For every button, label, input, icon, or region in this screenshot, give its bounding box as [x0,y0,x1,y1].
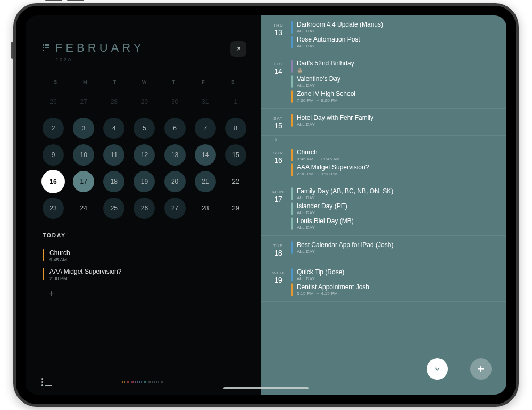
add-event-button[interactable]: + [470,358,492,380]
calendar-color-legend[interactable] [122,381,163,383]
calendar-day[interactable]: 28 [103,91,124,112]
calendar-day[interactable]: 23 [43,198,64,219]
calendar-day[interactable]: 21 [195,171,216,192]
agenda-list[interactable]: THU13Darkroom 4.4 Update (Marius)ALL DAY… [261,15,506,395]
calendar-day[interactable]: 10 [73,144,94,166]
month-title[interactable]: FEBRUARY [43,41,144,55]
agenda-event[interactable]: Valentine's DayALL DAY [291,75,500,88]
event-color-bar [43,249,44,261]
calendar-day[interactable]: 28 [195,198,216,219]
calendar-day[interactable]: 26 [43,91,64,112]
expand-button[interactable] [230,41,246,57]
agenda-event[interactable]: Darkroom 4.4 Update (Marius)ALL DAY [291,21,500,34]
calendar-day[interactable]: 5 [134,118,155,139]
calendar-day[interactable]: 14 [195,144,216,166]
agenda-event[interactable]: Hotel Day with Fehr FamilyALL DAY [291,114,500,127]
weekday-short: SUN [273,151,284,155]
agenda-date[interactable]: MON17 [265,187,291,230]
calendar-day[interactable]: 6 [164,118,186,139]
calendar-day[interactable]: 26 [134,198,155,219]
calendar-day[interactable]: 29 [225,198,246,219]
weekday-short: THU [273,23,283,28]
agenda-event[interactable]: Dentist Appointment Josh3:15 PM → 4:15 P… [291,283,500,296]
weekday-label: T [161,79,187,85]
calendar-day[interactable]: 4 [103,118,124,139]
calendar-day[interactable]: 8 [225,118,246,139]
event-time: 🎂 [297,68,354,73]
agenda-event[interactable]: Quick Tip (Rose)ALL DAY [291,268,500,281]
calendar-grid: 2627282930311234567891011121314151617181… [43,91,246,219]
agenda-date[interactable]: SAT15 [265,114,291,130]
calendar-day[interactable]: 19 [134,171,155,192]
event-time: ALL DAY [297,44,360,48]
event-color-bar [291,283,293,296]
event-title: AAA Midget Supervision? [297,163,369,171]
calendar-day[interactable]: 16 [43,171,64,192]
calendar-day[interactable]: 25 [103,198,124,219]
agenda-event[interactable]: Zone IV High School7:00 PM → 8:00 PM [291,90,500,103]
calendar-day[interactable]: 31 [195,91,216,112]
calendar-day[interactable]: 9 [43,144,64,166]
calendar-day[interactable]: 18 [103,171,124,192]
agenda-event[interactable]: Church9:45 AM → 11:45 AM [291,149,500,161]
calendar-day[interactable]: 15 [225,144,246,166]
calendar-day[interactable]: 2 [43,118,64,139]
agenda-event[interactable]: Dad's 52nd Birthday🎂 [291,60,500,73]
event-title: Dad's 52nd Birthday [297,60,354,67]
agenda-event[interactable]: Louis Riel Day (MB)ALL DAY [291,217,500,230]
event-title: Best Calendar App for iPad (Josh) [297,241,393,249]
event-title: Family Day (AB, BC, NB, ON, SK) [297,187,393,195]
agenda-day: THU13Darkroom 4.4 Update (Marius)ALL DAY… [261,15,506,54]
home-indicator[interactable] [223,387,309,389]
day-number: 13 [274,28,282,37]
event-title: Hotel Day with Fehr Family [297,114,373,121]
month-name: FEBRUARY [55,41,144,55]
event-title: Valentine's Day [297,75,340,83]
agenda-events: Best Calendar App for iPad (Josh)ALL DAY [291,241,506,257]
calendar-day[interactable]: 17 [73,171,94,192]
today-event[interactable]: AAA Midget Supervision?2:30 PM [43,268,246,281]
agenda-date[interactable]: THU13 [265,21,291,48]
agenda-event[interactable]: Rose Automation PostALL DAY [291,36,500,48]
add-today-event[interactable]: + [49,289,246,298]
agenda-event[interactable]: Family Day (AB, BC, NB, ON, SK)ALL DAY [291,187,500,200]
agenda-pane: THU13Darkroom 4.4 Update (Marius)ALL DAY… [261,15,506,395]
agenda-date[interactable]: SUN16 [265,149,291,176]
calendar-day[interactable]: 24 [73,198,94,219]
event-color-bar [291,217,293,230]
event-time: 2:30 PM → 3:30 PM [297,171,369,176]
event-color-bar [291,268,293,281]
agenda-event[interactable]: Islander Day (PE)ALL DAY [291,202,500,215]
agenda-day: TUE18Best Calendar App for iPad (Josh)AL… [261,236,506,263]
calendar-day[interactable]: 11 [103,144,124,166]
agenda-event[interactable]: AAA Midget Supervision?2:30 PM → 3:30 PM [291,163,500,176]
agenda-date[interactable]: FRI14 [265,60,291,103]
week-number: 8 [261,136,506,143]
calendar-day[interactable]: 30 [164,91,186,112]
event-color-bar [291,21,293,34]
calendar-day[interactable]: 12 [134,144,155,166]
list-toggle-button[interactable] [41,378,52,386]
month-header: FEBRUARY 2020 [43,41,246,62]
event-color-bar [291,149,293,161]
calendar-day[interactable]: 27 [73,91,94,112]
agenda-date[interactable]: TUE18 [265,241,291,257]
event-title: Zone IV High School [297,90,355,97]
today-event[interactable]: Church9:45 AM [43,249,246,263]
calendar-day[interactable]: 27 [164,198,186,219]
calendar-day[interactable]: 7 [195,118,216,139]
agenda-events: Family Day (AB, BC, NB, ON, SK)ALL DAYIs… [291,187,506,230]
agenda-event[interactable]: Best Calendar App for iPad (Josh)ALL DAY [291,241,500,254]
weekday-header: SMTWTFS [43,79,246,85]
event-time: ALL DAY [297,29,383,34]
calendar-day[interactable]: 29 [134,91,155,112]
agenda-date[interactable]: WED19 [265,268,291,296]
calendar-day[interactable]: 13 [164,144,186,166]
calendar-day[interactable]: 22 [225,171,246,192]
device-volume-up [45,0,62,1]
calendar-day[interactable]: 20 [164,171,186,192]
scroll-down-button[interactable] [427,358,448,380]
weekday-label: S [220,79,246,85]
calendar-day[interactable]: 1 [225,91,246,112]
calendar-day[interactable]: 3 [73,118,94,139]
